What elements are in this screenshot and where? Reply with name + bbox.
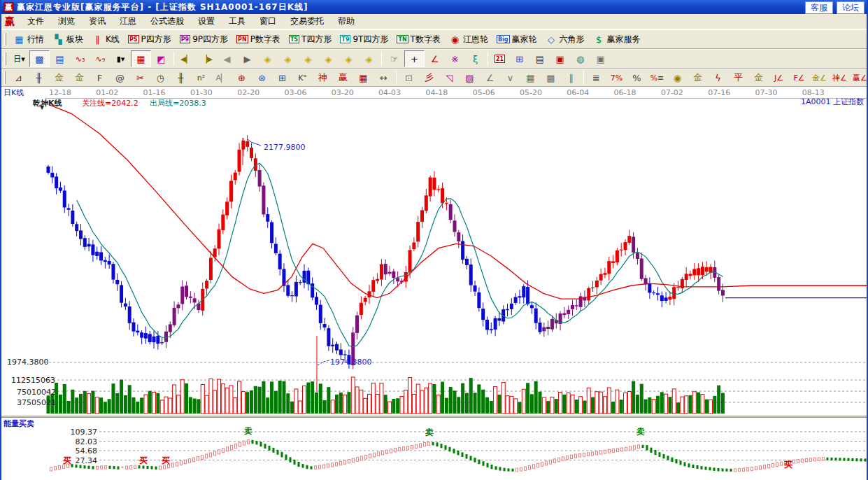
sectors-button[interactable]: ▚板块 <box>48 31 87 48</box>
gann-wheel-button[interactable]: ◉江恩轮 <box>445 31 492 48</box>
next-button[interactable]: ▶ <box>237 50 257 67</box>
diamond-h-button[interactable]: ◈ <box>298 50 318 67</box>
ying-tool-button[interactable]: 赢 <box>333 69 353 86</box>
box-tool-button[interactable]: ⊡ <box>399 69 419 86</box>
gold-angle-button[interactable]: 金∠ <box>809 69 830 86</box>
diamond-left-button[interactable]: ◈ <box>257 50 278 67</box>
t9-square-button[interactable]: T99T四方形 <box>336 31 392 48</box>
map-view-button[interactable]: ▩ <box>29 50 50 67</box>
t-square-button[interactable]: TST四方形 <box>285 31 336 48</box>
gold-grid2-button[interactable]: 金 <box>69 69 90 86</box>
parallel-button[interactable]: ∥ <box>561 69 581 86</box>
time-ruler-button[interactable]: ╫ <box>171 69 191 86</box>
menu-item-10[interactable]: 帮助 <box>331 14 362 29</box>
color-chart-button[interactable]: ◩ <box>151 50 171 67</box>
toolbar-grip[interactable] <box>4 71 6 84</box>
percent-button[interactable]: % <box>627 69 647 86</box>
menu-item-4[interactable]: 江恩 <box>113 14 143 29</box>
p9-square-button[interactable]: P99P四方形 <box>176 31 232 48</box>
p-square-button[interactable]: PSP四方形 <box>124 31 176 48</box>
span-button[interactable]: ↔ <box>373 69 394 86</box>
cycle-tool-button[interactable]: ξ <box>465 50 485 67</box>
print-button[interactable]: ▣ <box>590 50 611 67</box>
j-angle-button[interactable]: J∠ <box>769 69 789 86</box>
menu-item-8[interactable]: 窗口 <box>252 14 283 29</box>
menu-item-6[interactable]: 设置 <box>191 14 222 29</box>
spiral-button[interactable]: @ <box>110 69 130 86</box>
time-grid-button[interactable]: ╫ <box>29 69 49 86</box>
ping-button[interactable]: 平 <box>728 69 748 86</box>
grid-a-button[interactable]: ▦ <box>520 69 541 86</box>
calculator-button[interactable]: ⊞ <box>509 50 529 67</box>
pattern-tool-button[interactable]: ※ <box>445 50 465 67</box>
grid-b-button[interactable]: ▩ <box>541 69 561 86</box>
cut-tool-button[interactable]: ✂ <box>130 69 150 86</box>
prev-button[interactable]: ◀ <box>217 50 237 67</box>
percent-lines-button[interactable]: %≡ <box>647 69 667 86</box>
poly-fan-button[interactable]: ◹ <box>439 69 460 86</box>
gold-grid-button[interactable]: 金 <box>49 69 69 86</box>
first-page-button[interactable]: ◀▏ <box>176 50 197 67</box>
gold-lines-button[interactable]: 金 <box>688 69 708 86</box>
wave9-button[interactable]: ∿₉ <box>90 50 111 67</box>
kline-style-dropdown[interactable]: 日▾ <box>9 50 29 67</box>
percent7-button[interactable]: 7% <box>606 69 627 86</box>
diamond-right-button[interactable]: ◈ <box>278 50 298 67</box>
k-quote-button[interactable]: K" <box>292 69 313 86</box>
net-box-button[interactable]: ▨ <box>460 69 480 86</box>
n-square-button[interactable]: n² <box>191 69 211 86</box>
quotes-button[interactable]: ▦行情 <box>9 31 48 48</box>
clock-tool-button[interactable]: ◷ <box>150 69 171 86</box>
crosshair-tool-button[interactable]: + <box>404 50 425 67</box>
kline-button[interactable]: ‖K线 <box>87 31 124 48</box>
circle-cross-button[interactable]: ⊕ <box>232 69 252 86</box>
customer-service-button[interactable]: 客服 <box>805 1 833 14</box>
menu-item-1[interactable]: 文件 <box>20 14 51 29</box>
net-save-button[interactable]: ◍ <box>570 50 590 67</box>
p-number-button[interactable]: PNP数字表 <box>232 31 285 48</box>
fibonacci-button[interactable]: F <box>90 69 110 86</box>
grid-circle-button[interactable]: ⊞ <box>272 69 292 86</box>
hexagon-button[interactable]: ◇六角形 <box>541 31 589 48</box>
diamond-star-button[interactable]: ◈ <box>339 50 359 67</box>
menu-item-7[interactable]: 工具 <box>222 14 252 29</box>
star-circle-button[interactable]: ⊛ <box>252 69 272 86</box>
notes-button[interactable]: ▤ <box>529 50 550 67</box>
menu-item-5[interactable]: 公式选股 <box>143 14 191 29</box>
ray-fan-button[interactable]: 彡 <box>419 69 439 86</box>
shen-tool-button[interactable]: 神 <box>313 69 333 86</box>
toolbar-grip[interactable] <box>4 52 6 65</box>
flag-tool-button[interactable]: ϟ <box>708 69 728 86</box>
hand-tool-button[interactable]: ☞ <box>384 50 404 67</box>
angle-lines-button[interactable]: ∠ <box>480 69 500 86</box>
ying-angle-button[interactable]: 赢∠ <box>850 69 868 86</box>
grid123-button[interactable]: ▦ <box>353 69 373 86</box>
price-ruler-button[interactable]: ⊿ <box>8 69 29 86</box>
t-number-button[interactable]: TNT数字表 <box>392 31 445 48</box>
winner-service-button[interactable]: $赢家服务 <box>589 31 645 48</box>
save-button[interactable]: ▣ <box>550 50 570 67</box>
winner-wheel-button[interactable]: Big赢家轮 <box>492 31 541 48</box>
candle-style-dropdown[interactable]: ▮▾ <box>111 50 131 67</box>
calendar-button[interactable]: 21 <box>490 50 509 67</box>
f-angle-button[interactable]: F∠ <box>789 69 809 86</box>
mirror-button[interactable]: A▏ <box>211 69 232 86</box>
angle-measure-button[interactable]: ∠ <box>425 50 445 67</box>
info-doc-button[interactable]: ▤ <box>50 50 70 67</box>
toolbar-grip[interactable] <box>4 33 6 45</box>
shen-angle-button[interactable]: 神∠ <box>830 69 850 86</box>
v-lines-button[interactable]: ∨ <box>500 69 520 86</box>
menu-item-9[interactable]: 交易委托 <box>283 14 331 29</box>
panel-label-kline[interactable]: 日K线 <box>3 87 24 98</box>
diamond-plus-button[interactable]: ◈ <box>318 50 339 67</box>
kline-chart-canvas[interactable] <box>1 87 867 480</box>
last-page-button[interactable]: ▕▶ <box>197 50 217 67</box>
gann-grid-button[interactable]: ▦ <box>131 50 151 67</box>
panel-splitter[interactable] <box>1 414 867 418</box>
gold-angle0-button[interactable]: 金 <box>748 69 769 86</box>
menu-item-2[interactable]: 浏览 <box>51 14 82 29</box>
diamond-cross-button[interactable]: ◈ <box>359 50 379 67</box>
menu-item-3[interactable]: 资讯 <box>82 14 113 29</box>
count-tool-button[interactable]: ≣ <box>586 69 606 86</box>
chart-region[interactable]: 日K线 12-1801-0201-1601-3002-2003-0603-200… <box>1 87 867 480</box>
